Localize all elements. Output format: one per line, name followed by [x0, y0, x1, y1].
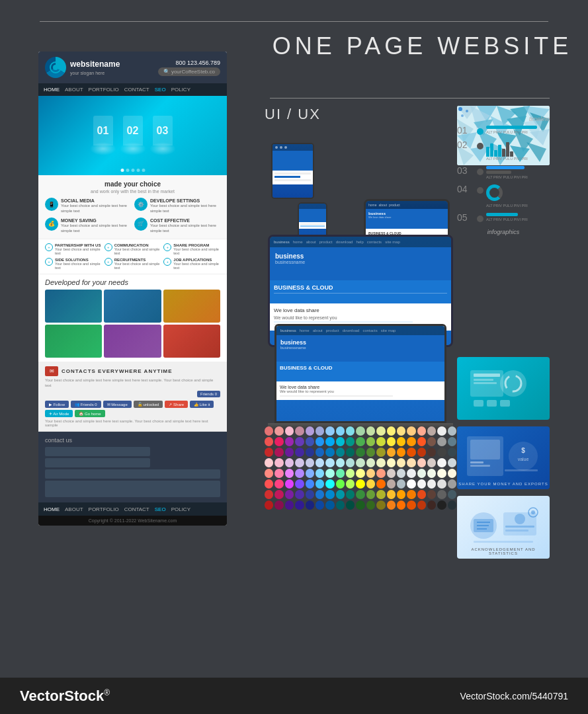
swatch-0-9[interactable]	[356, 426, 364, 436]
swatch-2-17[interactable]	[437, 448, 446, 457]
swatch-7-2[interactable]	[285, 500, 294, 510]
swatch-6-7[interactable]	[336, 490, 345, 499]
swatch-4-8[interactable]	[346, 469, 355, 478]
swatch-5-18[interactable]	[448, 479, 456, 489]
swatch-1-5[interactable]	[315, 437, 324, 446]
swatch-0-3[interactable]	[295, 426, 304, 436]
swatch-5-11[interactable]	[376, 479, 385, 489]
swatch-7-10[interactable]	[366, 500, 375, 510]
swatch-0-17[interactable]	[437, 426, 446, 436]
swatch-1-3[interactable]	[295, 437, 304, 446]
swatch-3-10[interactable]	[366, 458, 375, 467]
swatch-1-6[interactable]	[325, 437, 334, 446]
footer-nav-contact[interactable]: CONTACT	[124, 506, 149, 512]
swatch-4-17[interactable]	[437, 469, 446, 478]
swatch-6-11[interactable]	[376, 490, 385, 499]
swatch-0-13[interactable]	[397, 426, 405, 436]
swatch-4-7[interactable]	[336, 469, 345, 478]
swatch-4-12[interactable]	[387, 469, 396, 478]
swatch-4-15[interactable]	[417, 469, 426, 478]
nav-contact[interactable]: CONTACT	[124, 87, 149, 93]
swatch-0-11[interactable]	[376, 426, 385, 436]
nav-policy[interactable]: POLICY	[171, 87, 190, 93]
swatch-7-5[interactable]	[315, 500, 324, 510]
follow-button[interactable]: ▶ Follow	[45, 401, 69, 408]
nav-home[interactable]: HOME	[44, 87, 60, 93]
swatch-2-2[interactable]	[285, 448, 294, 457]
swatch-3-8[interactable]	[346, 458, 355, 467]
swatch-2-6[interactable]	[325, 448, 334, 457]
swatch-0-0[interactable]	[265, 426, 273, 436]
swatch-7-15[interactable]	[417, 500, 426, 510]
message-button[interactable]: ✉ Message	[103, 401, 132, 408]
swatch-5-4[interactable]	[306, 479, 314, 489]
swatch-4-10[interactable]	[366, 469, 375, 478]
swatch-1-2[interactable]	[285, 437, 294, 446]
swatch-1-0[interactable]	[265, 437, 273, 446]
swatch-2-12[interactable]	[387, 448, 396, 457]
swatch-6-17[interactable]	[437, 490, 446, 499]
swatch-3-13[interactable]	[397, 458, 405, 467]
swatch-0-4[interactable]	[306, 426, 314, 436]
swatch-3-2[interactable]	[285, 458, 294, 467]
swatch-6-1[interactable]	[274, 490, 283, 499]
swatch-3-17[interactable]	[437, 458, 446, 467]
swatch-1-12[interactable]	[387, 437, 396, 446]
swatch-0-14[interactable]	[407, 426, 415, 436]
swatch-5-9[interactable]	[356, 479, 364, 489]
swatch-4-13[interactable]	[397, 469, 405, 478]
swatch-4-3[interactable]	[295, 469, 304, 478]
swatch-6-8[interactable]	[346, 490, 355, 499]
swatch-1-9[interactable]	[356, 437, 364, 446]
swatch-2-9[interactable]	[356, 448, 364, 457]
swatch-2-15[interactable]	[417, 448, 426, 457]
swatch-6-13[interactable]	[397, 490, 405, 499]
swatch-4-1[interactable]	[274, 469, 283, 478]
swatch-7-4[interactable]	[306, 500, 314, 510]
swatch-7-13[interactable]	[397, 500, 405, 510]
swatch-7-9[interactable]	[356, 500, 364, 510]
swatch-3-4[interactable]	[306, 458, 314, 467]
swatch-0-6[interactable]	[325, 426, 334, 436]
swatch-5-6[interactable]	[325, 479, 334, 489]
swatch-2-16[interactable]	[427, 448, 436, 457]
swatch-0-5[interactable]	[315, 426, 324, 436]
like-button[interactable]: 👍 Like it	[190, 401, 214, 408]
swatch-0-18[interactable]	[448, 426, 456, 436]
swatch-2-1[interactable]	[274, 448, 283, 457]
swatch-3-15[interactable]	[417, 458, 426, 467]
swatch-1-8[interactable]	[346, 437, 355, 446]
swatch-0-2[interactable]	[285, 426, 294, 436]
swatch-5-8[interactable]	[346, 479, 355, 489]
swatch-3-1[interactable]	[274, 458, 283, 467]
swatch-7-7[interactable]	[336, 500, 345, 510]
swatch-6-9[interactable]	[356, 490, 364, 499]
swatch-0-16[interactable]	[427, 426, 436, 436]
swatch-7-8[interactable]	[346, 500, 355, 510]
swatch-7-17[interactable]	[437, 500, 446, 510]
swatch-3-18[interactable]	[448, 458, 456, 467]
swatch-0-1[interactable]	[274, 426, 283, 436]
swatch-2-5[interactable]	[315, 448, 324, 457]
swatch-1-15[interactable]	[417, 437, 426, 446]
swatch-5-12[interactable]	[387, 479, 396, 489]
swatch-6-10[interactable]	[366, 490, 375, 499]
swatch-5-17[interactable]	[437, 479, 446, 489]
swatch-1-14[interactable]	[407, 437, 415, 446]
unlocked-button[interactable]: 🔓 unlocked	[134, 401, 163, 408]
footer-nav-policy[interactable]: POLICY	[171, 506, 190, 512]
swatch-0-15[interactable]	[417, 426, 426, 436]
swatch-0-12[interactable]	[387, 426, 396, 436]
swatch-3-7[interactable]	[336, 458, 345, 467]
swatch-4-6[interactable]	[325, 469, 334, 478]
gohome-button[interactable]: 🏠 Go home	[75, 410, 105, 417]
swatch-1-18[interactable]	[448, 437, 456, 446]
swatch-7-18[interactable]	[448, 500, 456, 510]
swatch-0-8[interactable]	[346, 426, 355, 436]
swatch-2-10[interactable]	[366, 448, 375, 457]
swatch-1-16[interactable]	[427, 437, 436, 446]
swatch-2-14[interactable]	[407, 448, 415, 457]
footer-nav-about[interactable]: ABOUT	[65, 506, 83, 512]
swatch-1-1[interactable]	[274, 437, 283, 446]
nav-portfolio[interactable]: PORTFOLIO	[89, 87, 119, 93]
